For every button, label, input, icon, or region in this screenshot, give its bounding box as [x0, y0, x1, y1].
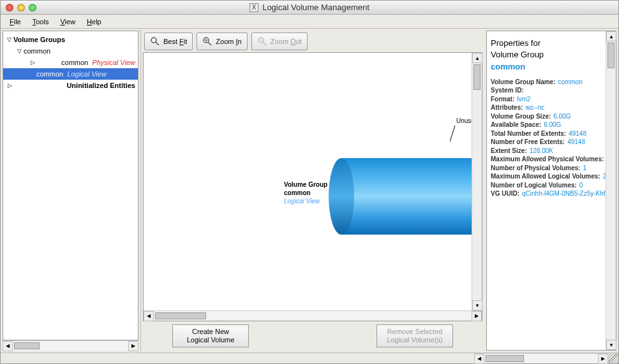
- window-controls: [1, 4, 36, 11]
- property-value: 49148: [567, 138, 585, 147]
- tree-physical-view[interactable]: common Physical View: [3, 57, 138, 68]
- property-value: common: [558, 78, 583, 87]
- volume-canvas[interactable]: Volume Group common Logical View Unused …: [144, 53, 472, 310]
- property-key: Volume Group Size:: [491, 112, 551, 121]
- property-value: qCinhh-l4GM-0NB5-Zz5y-Khfs-tXqd-h0: [522, 189, 606, 198]
- props-heading: Properties for: [491, 38, 602, 49]
- menu-file[interactable]: File: [4, 17, 26, 27]
- scroll-up-icon[interactable]: ▲: [472, 53, 482, 63]
- zoom-in-button[interactable]: Zoom In: [197, 33, 247, 50]
- property-key: Maximum Allowed Physical Volumes:: [491, 155, 604, 164]
- props-scrollbar-vertical[interactable]: ▲ ▼: [606, 31, 616, 350]
- property-key: Number of Physical Volumes:: [491, 164, 580, 173]
- scroll-right-icon[interactable]: ▶: [598, 354, 608, 364]
- zoom-out-button: Zoom Out: [251, 33, 308, 50]
- property-row: Number of Physical Volumes:1: [491, 164, 602, 173]
- left-panel: Volume Groups common common Physical Vie…: [1, 29, 141, 353]
- zoom-window-button[interactable]: [29, 4, 36, 11]
- tree-label: common: [36, 70, 63, 78]
- unused-space-label: Unused Space: [456, 117, 472, 124]
- tree-uninitialized[interactable]: Uninitialized Entities: [3, 80, 138, 91]
- svg-point-0: [151, 38, 156, 43]
- property-key: Total Number of Extents:: [491, 129, 566, 138]
- property-value: lvm2: [517, 95, 530, 104]
- menu-tools[interactable]: Tools: [27, 17, 54, 27]
- scroll-thumb[interactable]: [608, 43, 615, 68]
- expand-icon[interactable]: [6, 80, 65, 91]
- property-key: Extent Size:: [491, 147, 527, 156]
- props-vg-name: common: [491, 61, 602, 73]
- tree-volume-groups[interactable]: Volume Groups: [3, 34, 138, 45]
- bottom-button-bar: Create NewLogical Volume Remove Selected…: [143, 321, 482, 351]
- menu-help[interactable]: Help: [82, 17, 107, 27]
- svg-line-3: [208, 42, 211, 45]
- scroll-left-icon[interactable]: ◀: [144, 311, 154, 321]
- property-key: Number of Free Extents:: [491, 138, 565, 147]
- volume-cylinder[interactable]: [329, 158, 472, 235]
- tree-label: Uninitialized Entities: [66, 82, 135, 89]
- property-row: Total Number of Extents:49148: [491, 129, 602, 138]
- resize-grip-icon[interactable]: [608, 353, 618, 363]
- create-lv-button[interactable]: Create NewLogical Volume: [172, 324, 249, 347]
- minimize-window-button[interactable]: [17, 4, 25, 11]
- svg-line-9: [450, 126, 455, 161]
- property-value: wz--nc: [526, 103, 544, 112]
- property-value: 6.00G: [544, 120, 561, 129]
- property-row: Available Space:6.00G: [491, 120, 602, 129]
- expand-icon[interactable]: [16, 48, 22, 54]
- expand-icon[interactable]: [29, 57, 60, 68]
- close-window-button[interactable]: [6, 4, 13, 11]
- tree-suffix: Logical View: [67, 70, 107, 78]
- app-window: X Logical Volume Management File Tools V…: [0, 0, 619, 364]
- property-row: Attributes:wz--nc: [491, 103, 602, 112]
- property-row: Extent Size:128.00K: [491, 147, 602, 156]
- scroll-thumb[interactable]: [155, 312, 206, 319]
- scroll-thumb[interactable]: [474, 64, 481, 90]
- property-key: Attributes:: [491, 103, 523, 112]
- property-key: System ID:: [491, 86, 524, 95]
- tree-suffix: Physical View: [92, 59, 135, 66]
- properties-panel: Properties for Volume Group common Volum…: [487, 31, 606, 350]
- scroll-left-icon[interactable]: ◀: [3, 341, 13, 351]
- property-row: Maximum Allowed Logical Volumes:256: [491, 172, 602, 181]
- tree-scrollbar-horizontal[interactable]: ◀ ▶: [3, 340, 138, 351]
- svg-line-1: [156, 42, 159, 45]
- canvas-scrollbar-horizontal[interactable]: ◀ ▶: [144, 310, 482, 321]
- tree-vg-common[interactable]: common: [3, 45, 138, 57]
- property-key: Maximum Allowed Logical Volumes:: [491, 172, 600, 181]
- menu-view[interactable]: View: [55, 17, 80, 27]
- props-scrollbar-horizontal[interactable]: ◀ ▶: [474, 353, 608, 363]
- property-key: Available Space:: [491, 120, 541, 129]
- best-fit-button[interactable]: Best Fit: [144, 33, 193, 50]
- menubar: File Tools View Help: [1, 15, 618, 29]
- right-panel: Properties for Volume Group common Volum…: [484, 29, 618, 353]
- titlebar: X Logical Volume Management: [1, 1, 618, 15]
- property-row: Volume Group Size:6.00G: [491, 112, 602, 121]
- scroll-up-icon[interactable]: ▲: [606, 31, 616, 41]
- remove-lv-button: Remove SelectedLogical Volume(s): [377, 324, 453, 347]
- content-area: Volume Groups common common Physical Vie…: [1, 29, 618, 353]
- scroll-thumb[interactable]: [486, 355, 524, 362]
- tree-label: Volume Groups: [13, 36, 65, 43]
- canvas-scrollbar-vertical[interactable]: ▲ ▼: [472, 53, 482, 310]
- property-key: Number of Logical Volumes:: [491, 181, 577, 190]
- property-value: 6.00G: [553, 112, 571, 121]
- window-title: Logical Volume Management: [262, 3, 369, 12]
- x11-icon: X: [250, 3, 258, 12]
- property-row: System ID:: [491, 86, 602, 95]
- leader-line: Unused Space: [450, 117, 472, 161]
- tree-label: common: [24, 47, 50, 55]
- scroll-thumb[interactable]: [14, 342, 40, 349]
- scroll-down-icon[interactable]: ▼: [606, 340, 616, 350]
- scroll-right-icon[interactable]: ▶: [128, 341, 138, 351]
- property-row: VG UUID:qCinhh-l4GM-0NB5-Zz5y-Khfs-tXqd-…: [491, 189, 602, 198]
- scroll-down-icon[interactable]: ▼: [472, 300, 482, 310]
- expand-icon[interactable]: [6, 36, 12, 43]
- scroll-left-icon[interactable]: ◀: [474, 354, 484, 364]
- tree-logical-view[interactable]: common Logical View: [3, 68, 138, 80]
- tree-view[interactable]: Volume Groups common common Physical Vie…: [3, 31, 138, 340]
- property-value: 0: [579, 181, 583, 190]
- zoom-in-icon: [202, 36, 213, 47]
- property-row: Number of Logical Volumes:0: [491, 181, 602, 190]
- scroll-right-icon[interactable]: ▶: [472, 311, 482, 321]
